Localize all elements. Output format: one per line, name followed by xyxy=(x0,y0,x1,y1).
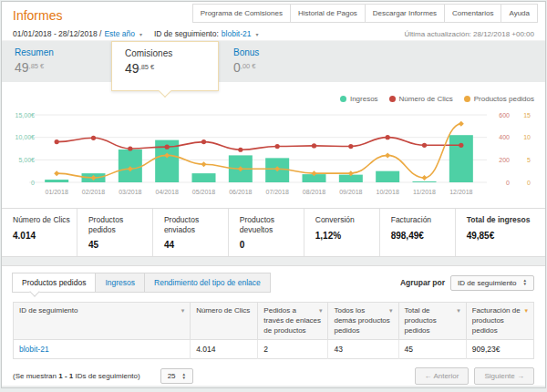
combo-chart: 15,00€6001510,00€400105,00€200500001/201… xyxy=(2,108,547,206)
pagination: ← Anterior Siguiente → xyxy=(415,367,534,385)
svg-text:5: 5 xyxy=(527,157,531,163)
col-facturacion[interactable]: ▾Facturación de productos pedidos xyxy=(466,303,533,340)
cell-todos-demas: 43 xyxy=(328,340,398,359)
left-arrow-icon: ← xyxy=(425,372,432,380)
date-preset-dropdown[interactable]: Este año xyxy=(104,29,135,38)
table-header-row: ▾ID de seguimiento Número de Clics ▾Pedi… xyxy=(14,303,534,340)
svg-text:400: 400 xyxy=(499,134,510,140)
chevron-down-icon[interactable]: ▾ xyxy=(255,31,258,37)
tracking-id-dropdown[interactable]: blobit-21 xyxy=(222,29,252,38)
tab-resumen[interactable]: Resumen 49,85 € xyxy=(2,41,111,82)
sort-icon[interactable]: ▾ xyxy=(389,306,393,315)
svg-text:01/2018: 01/2018 xyxy=(46,189,68,195)
sort-icon[interactable]: ▾ xyxy=(457,306,460,315)
svg-text:15,00€: 15,00€ xyxy=(15,112,36,119)
report-tabs: Productos pedidos Ingresos Rendimiento d… xyxy=(13,272,534,294)
svg-text:10: 10 xyxy=(523,134,531,140)
svg-text:5,00€: 5,00€ xyxy=(18,157,35,163)
report-tab-productos-pedidos[interactable]: Productos pedidos xyxy=(12,273,96,293)
svg-text:10,00€: 10,00€ xyxy=(15,134,36,140)
stat-facturacion: Facturación898,49€ xyxy=(380,209,456,256)
group-by: Agrupar por ID de seguimiento ▲▼ xyxy=(400,275,534,291)
sort-icon-active[interactable]: ▾ xyxy=(524,306,528,315)
legend-productos: Productos pedidos xyxy=(464,95,534,103)
report-tab-rendimiento-enlace[interactable]: Rendimiento del tipo de enlace xyxy=(144,273,271,293)
header: Informes Programa de Comisiones Historia… xyxy=(2,2,545,27)
select-updown-icon: ▲▼ xyxy=(182,373,186,380)
chevron-down-icon[interactable]: ▾ xyxy=(139,31,142,37)
svg-text:200: 200 xyxy=(499,157,510,163)
nav-historial-pagos[interactable]: Historial de Pagos xyxy=(290,4,366,23)
table-footer: (Se muestran 1 - 1 IDs de seguimiento) 2… xyxy=(13,367,534,385)
tab-comisiones[interactable]: Comisiones 49,85 € xyxy=(111,41,219,91)
svg-text:12/2018: 12/2018 xyxy=(449,189,472,195)
stat-productos-devueltos: Productos devueltos0 xyxy=(229,209,304,256)
tracking-id-link[interactable]: blobit-21 xyxy=(19,345,49,354)
chart-section: Ingresos Número de Clics Productos pedid… xyxy=(2,82,545,208)
cell-clics: 4.014 xyxy=(191,340,258,359)
cell-facturacion: 909,23€ xyxy=(466,340,533,359)
filter-bar: 01/01/2018 - 28/12/2018 / Este año ▾ ID … xyxy=(2,27,545,40)
svg-text:0: 0 xyxy=(31,180,35,186)
report-table: ▾ID de seguimiento Número de Clics ▾Pedi… xyxy=(13,302,534,359)
section-gap xyxy=(2,257,545,265)
chart-legend: Ingresos Número de Clics Productos pedid… xyxy=(340,95,534,103)
svg-text:08/2018: 08/2018 xyxy=(303,189,325,195)
col-pedidos-enlaces[interactable]: ▾Pedidos a través de enlaces de producto… xyxy=(258,303,328,340)
stats-row: Número de Clics4.014 Productos pedidos45… xyxy=(2,208,545,257)
group-by-label: Agrupar por xyxy=(400,278,445,287)
select-updown-icon: ▲▼ xyxy=(523,279,527,286)
clics-dot-icon xyxy=(389,96,396,102)
cell-pedidos-enlaces: 2 xyxy=(258,340,328,359)
svg-text:06/2018: 06/2018 xyxy=(229,189,252,195)
col-numero-clics[interactable]: Número de Clics xyxy=(191,303,258,340)
nav-descargar-informes[interactable]: Descargar Informes xyxy=(365,4,445,23)
svg-text:02/2018: 02/2018 xyxy=(82,189,105,195)
group-by-select[interactable]: ID de seguimiento ▲▼ xyxy=(450,275,534,291)
date-range-text: 01/01/2018 - 28/12/2018 / xyxy=(13,29,101,38)
stat-total-ingresos: Total de ingresos49,85€ xyxy=(456,209,545,256)
col-total-productos[interactable]: ▾Total de productos pedidos xyxy=(398,303,466,340)
sort-icon[interactable]: ▾ xyxy=(181,306,185,315)
prev-button[interactable]: ← Anterior xyxy=(415,367,470,385)
svg-text:05/2018: 05/2018 xyxy=(192,189,215,195)
tracking-id-label: ID de seguimiento: xyxy=(154,29,219,38)
svg-text:09/2018: 09/2018 xyxy=(339,189,362,195)
table-row: blobit-21 4.014 2 43 45 909,23€ xyxy=(14,340,534,359)
nav-comentarios[interactable]: Comentarios xyxy=(444,4,501,23)
tab-bonus[interactable]: Bonus 0,00 € xyxy=(221,41,330,82)
stat-conversion: Conversión1,12% xyxy=(304,209,380,256)
svg-text:03/2018: 03/2018 xyxy=(119,189,141,195)
report-tab-ingresos[interactable]: Ingresos xyxy=(95,273,145,293)
svg-text:600: 600 xyxy=(499,112,510,119)
cell-total-productos: 45 xyxy=(398,340,466,359)
stat-productos-enviados: Productos enviados44 xyxy=(153,209,229,256)
legend-ingresos: Ingresos xyxy=(340,95,378,103)
page-title: Informes xyxy=(2,2,62,23)
last-update-text: Última actualización: 28/12/2018 +00:00 xyxy=(404,30,534,38)
nav-ayuda[interactable]: Ayuda xyxy=(501,4,538,23)
ingresos-dot-icon xyxy=(340,96,346,102)
sort-icon[interactable]: ▾ xyxy=(319,306,323,315)
showing-text: (Se muestran 1 - 1 IDs de seguimiento) xyxy=(13,372,140,380)
svg-text:04/2018: 04/2018 xyxy=(156,189,179,195)
svg-text:0: 0 xyxy=(506,180,510,186)
col-id-seguimiento[interactable]: ▾ID de seguimiento xyxy=(14,303,191,340)
right-arrow-icon: → xyxy=(517,372,524,380)
nav-programa-comisiones[interactable]: Programa de Comisiones xyxy=(192,4,291,23)
summary-tabstrip: Resumen 49,85 € Bonus 0,00 € Comisiones … xyxy=(2,40,545,82)
stat-clics: Número de Clics4.014 xyxy=(2,209,77,256)
page-size-select[interactable]: 25 ▲▼ xyxy=(160,368,193,384)
svg-text:11/2018: 11/2018 xyxy=(413,189,436,195)
next-button[interactable]: Siguiente → xyxy=(474,367,534,385)
svg-text:07/2018: 07/2018 xyxy=(266,189,289,195)
col-todos-demas[interactable]: ▾Todos los demás productos pedidos xyxy=(328,303,398,340)
reports-app: Informes Programa de Comisiones Historia… xyxy=(1,1,546,388)
legend-clics: Número de Clics xyxy=(389,95,453,103)
productos-dot-icon xyxy=(464,96,470,102)
svg-text:10/2018: 10/2018 xyxy=(377,189,399,195)
top-nav: Programa de Comisiones Historial de Pago… xyxy=(193,4,538,23)
svg-text:15: 15 xyxy=(523,112,531,119)
stat-productos-pedidos: Productos pedidos45 xyxy=(77,209,153,256)
svg-text:0: 0 xyxy=(527,180,531,186)
